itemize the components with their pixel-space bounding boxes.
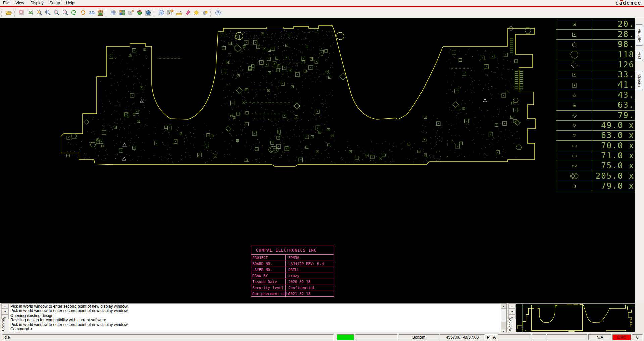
- drill-symbol-square-dot: [556, 80, 592, 90]
- drill-table-row: 43.: [556, 90, 635, 100]
- status-empty-3: [532, 334, 546, 340]
- drill-symbol-oval: [556, 131, 592, 140]
- title-block-value: crazy: [286, 273, 334, 279]
- property-edit-icon[interactable]: [166, 9, 174, 17]
- color-dialog-icon[interactable]: [118, 9, 126, 17]
- title-block-row: Issued Date 2020-02-18: [251, 279, 334, 285]
- toolbar-grip: [210, 9, 213, 17]
- menu-view[interactable]: View: [12, 0, 27, 6]
- design-canvas[interactable]: 20.28.98.11812633.41.43.63.79.49.0 x63.0…: [0, 18, 635, 303]
- command-log-line: Pick in world window to enter second poi…: [10, 323, 499, 327]
- shadow-mode-icon[interactable]: [127, 9, 135, 17]
- open-icon[interactable]: [5, 9, 13, 17]
- drill-table-row: 126: [556, 60, 635, 70]
- title-block-row: DRAW BY crazy: [251, 273, 334, 279]
- color-priority-icon[interactable]: [201, 9, 209, 17]
- drill-value: 79.0 x: [592, 181, 635, 191]
- command-window-title: Command: [1, 318, 9, 331]
- help-icon[interactable]: ?: [214, 9, 222, 17]
- worldview-window: × ◂ ⊥ WorldView: [508, 303, 635, 332]
- drill-table-row: 20.: [556, 19, 635, 30]
- drill-symbol-circle-tail: [556, 181, 592, 191]
- minimap-crosshair-v: [522, 304, 523, 332]
- show-element-icon[interactable]: i: [157, 9, 165, 17]
- collapse-icon[interactable]: ◂: [508, 309, 516, 314]
- flip-design-icon[interactable]: FLIP: [96, 9, 104, 17]
- drill-table-row: 71.0 x: [556, 151, 635, 161]
- title-block-value: FPM30: [286, 255, 334, 261]
- zoom-world-icon[interactable]: [27, 9, 35, 17]
- drill-table-row: 79.0 x: [556, 181, 635, 191]
- zoom-in-icon[interactable]: [53, 9, 61, 17]
- undo-icon[interactable]: [79, 9, 87, 17]
- zoom-fit-icon[interactable]: [18, 9, 26, 17]
- drc-indicator[interactable]: DRC: [612, 334, 631, 340]
- view-3d-icon[interactable]: 3D: [88, 9, 96, 17]
- cursor-coordinates: 4567.00, -6837.00: [440, 334, 485, 340]
- drill-table-row: 49.0 x: [556, 121, 635, 131]
- command-log-line: Command >: [10, 327, 499, 331]
- drill-value: 98.: [592, 40, 635, 49]
- drill-value: 63.: [592, 100, 635, 110]
- menu-setup[interactable]: Setup: [47, 0, 63, 6]
- menu-bar: File View Display Setup Help cadence: [0, 0, 644, 6]
- drill-value: 70.0 x: [592, 141, 635, 151]
- collapse-icon[interactable]: ◂: [1, 309, 9, 314]
- toolbar-grip: [106, 9, 108, 17]
- title-block-label: PROJECT: [251, 255, 286, 261]
- mounting-hole: [337, 32, 344, 40]
- drill-table-row: 63.0 x: [556, 131, 635, 141]
- drill-symbol-circle-xs: [556, 121, 592, 130]
- drill-table-row: 70.0 x: [556, 141, 635, 151]
- scroll-thumb[interactable]: [501, 322, 506, 329]
- command-log-line: Revising design for compatibility with c…: [10, 318, 499, 322]
- status-na: N/A: [588, 334, 611, 340]
- menu-help[interactable]: Help: [63, 0, 78, 6]
- drill-table-row: 28.: [556, 30, 635, 40]
- tab-find[interactable]: Find: [636, 50, 643, 61]
- hilight-icon[interactable]: [192, 9, 200, 17]
- cadence-logo: cadence: [615, 0, 641, 6]
- tab-visibility[interactable]: Visibility: [636, 24, 643, 46]
- title-block: COMPAL ELECTRONICS INC PROJECTFPM30BOARD…: [251, 246, 334, 297]
- world-view-icon[interactable]: [144, 9, 152, 17]
- drill-value: 79.: [592, 111, 635, 120]
- drill-symbol-triangle: [556, 90, 592, 100]
- worldview-minimap[interactable]: [516, 304, 635, 332]
- tab-options[interactable]: Options: [636, 71, 643, 90]
- drill-symbol-square-dot: [556, 70, 592, 80]
- zoom-box-icon[interactable]: [44, 9, 52, 17]
- title-block-label: Security level: [251, 285, 286, 291]
- drill-value: 63.0 x: [592, 131, 635, 140]
- title-block-row: Security levelConfidential: [251, 285, 334, 291]
- redraw-icon[interactable]: [70, 9, 78, 17]
- active-layer[interactable]: Bottom: [399, 334, 439, 340]
- drill-value: 41.: [592, 80, 635, 90]
- menu-display[interactable]: Display: [27, 0, 46, 6]
- drill-table-row: 98.: [556, 40, 635, 50]
- command-message-log[interactable]: Pick in world window to enter second poi…: [9, 304, 501, 332]
- command-log-line: Opening existing design...: [10, 314, 499, 318]
- command-scrollbar[interactable]: ▲ ▼: [501, 304, 506, 332]
- grid-toggle-icon[interactable]: [109, 9, 117, 17]
- application-mode-button[interactable]: A: [492, 334, 497, 340]
- svg-text:i: i: [161, 11, 162, 15]
- pick-button[interactable]: P: [486, 334, 491, 340]
- menu-file[interactable]: File: [0, 0, 12, 6]
- show-measure-icon[interactable]: 123: [175, 9, 183, 17]
- scroll-up-icon[interactable]: ▲: [501, 304, 506, 309]
- minimap-view-rectangle[interactable]: [531, 305, 583, 331]
- drill-value: 20.: [592, 19, 635, 29]
- title-block-value: 2021-02-18: [286, 291, 334, 297]
- dehilight-icon[interactable]: [184, 9, 192, 17]
- command-log-line: Pick in world window to enter second poi…: [10, 309, 499, 313]
- close-icon[interactable]: ×: [1, 304, 9, 309]
- drill-symbol-slot-tilt: [556, 161, 592, 171]
- drc-count: 0: [632, 334, 643, 340]
- cross-section-icon[interactable]: [136, 9, 144, 17]
- control-panel-strip: Visibility Find Options: [635, 18, 644, 333]
- zoom-out-icon[interactable]: [61, 9, 69, 17]
- drill-symbol-diamond-notch: [556, 111, 592, 120]
- zoom-center-icon[interactable]: [35, 9, 43, 17]
- close-icon[interactable]: ×: [508, 304, 516, 309]
